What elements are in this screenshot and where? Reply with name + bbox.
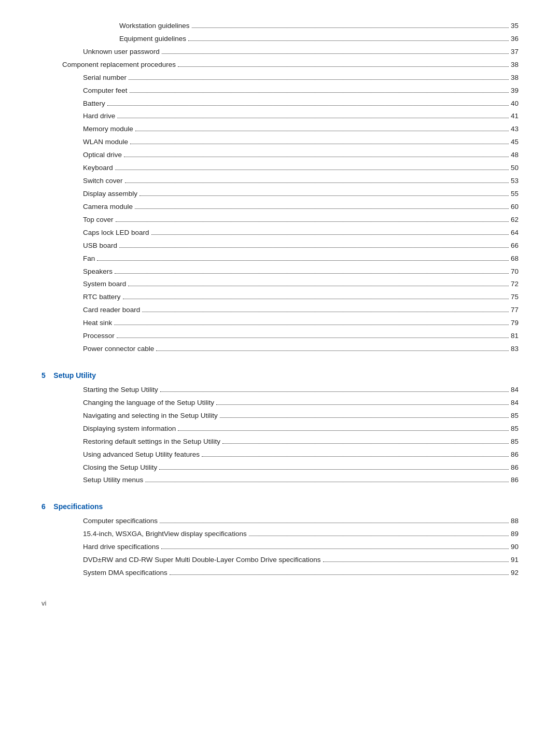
entry-page: 43 bbox=[511, 124, 519, 135]
entry-dots bbox=[145, 482, 509, 482]
table-row: Restoring default settings in the Setup … bbox=[41, 437, 519, 447]
table-row: Speakers 70 bbox=[41, 266, 519, 277]
entry-dots bbox=[135, 208, 509, 209]
entry-label: Processor bbox=[83, 331, 115, 342]
entry-label: Speakers bbox=[83, 266, 113, 277]
entry-page: 85 bbox=[511, 424, 519, 434]
entry-label: Component replacement procedures bbox=[62, 60, 176, 71]
table-row: Display assembly 55 bbox=[41, 189, 519, 200]
entry-label: Setup Utility menus bbox=[83, 475, 143, 486]
entry-label: Navigating and selecting in the Setup Ut… bbox=[83, 411, 218, 421]
table-row: Camera module 60 bbox=[41, 202, 519, 213]
entry-page: 66 bbox=[511, 241, 519, 251]
table-row: Computer feet 39 bbox=[41, 86, 519, 96]
entry-page: 55 bbox=[511, 189, 519, 200]
entry-dots bbox=[323, 561, 509, 562]
entry-page: 60 bbox=[511, 202, 519, 213]
table-row: Optical drive 48 bbox=[41, 150, 519, 161]
entry-label: Heat sink bbox=[83, 318, 112, 329]
entry-page: 70 bbox=[511, 266, 519, 277]
entry-dots bbox=[156, 350, 509, 351]
page-footer: vi bbox=[41, 599, 519, 607]
entry-page: 86 bbox=[511, 475, 519, 486]
entry-label: Computer feet bbox=[83, 86, 128, 96]
table-row: Displaying system information 85 bbox=[41, 424, 519, 434]
entry-page: 37 bbox=[511, 47, 519, 58]
entry-label: Restoring default settings in the Setup … bbox=[83, 437, 220, 447]
table-row: Component replacement procedures 38 bbox=[41, 60, 519, 71]
table-row: Power connector cable 83 bbox=[41, 344, 519, 355]
table-row: Setup Utility menus 86 bbox=[41, 475, 519, 486]
entry-page: 53 bbox=[511, 176, 519, 187]
section6-num: 6 bbox=[41, 502, 46, 511]
entry-dots bbox=[129, 79, 509, 80]
section5-block: 5 Setup Utility Starting the Setup Utili… bbox=[41, 371, 519, 486]
entry-dots bbox=[107, 105, 509, 106]
entry-page: 90 bbox=[511, 542, 519, 553]
entry-dots bbox=[159, 469, 509, 470]
entry-page: 62 bbox=[511, 215, 519, 226]
table-row: System DMA specifications 92 bbox=[41, 568, 519, 579]
entry-page: 84 bbox=[511, 385, 519, 396]
entry-dots bbox=[128, 286, 509, 286]
entry-dots bbox=[162, 53, 509, 54]
entry-label: Caps lock LED board bbox=[83, 228, 149, 238]
entry-label: Changing the language of the Setup Utili… bbox=[83, 398, 214, 409]
entry-dots bbox=[160, 391, 509, 392]
entry-page: 88 bbox=[511, 516, 519, 527]
entry-page: 75 bbox=[511, 292, 519, 303]
table-row: DVD±RW and CD-RW Super Multi Double-Laye… bbox=[41, 555, 519, 566]
entry-dots bbox=[124, 157, 509, 157]
table-row: Hard drive specifications 90 bbox=[41, 542, 519, 553]
entry-label: DVD±RW and CD-RW Super Multi Double-Laye… bbox=[83, 555, 321, 566]
table-row: Battery 40 bbox=[41, 99, 519, 109]
section5-num: 5 bbox=[41, 371, 46, 379]
entry-label: Hard drive bbox=[83, 111, 115, 122]
entry-dots bbox=[139, 195, 509, 196]
entry-dots bbox=[178, 66, 509, 67]
table-row: Computer specifications 88 bbox=[41, 516, 519, 527]
entry-dots bbox=[117, 338, 509, 338]
table-row: Heat sink 79 bbox=[41, 318, 519, 329]
entry-label: Switch cover bbox=[83, 176, 123, 187]
entry-page: 85 bbox=[511, 437, 519, 447]
entry-page: 41 bbox=[511, 111, 519, 122]
entry-dots bbox=[188, 40, 509, 41]
entry-page: 68 bbox=[511, 254, 519, 264]
table-row: Changing the language of the Setup Utili… bbox=[41, 398, 519, 409]
entry-label: Battery bbox=[83, 99, 105, 109]
entry-label: Optical drive bbox=[83, 150, 122, 161]
entry-label: Power connector cable bbox=[83, 344, 154, 355]
entry-label: Top cover bbox=[83, 215, 114, 226]
table-row: Switch cover 53 bbox=[41, 176, 519, 187]
entry-page: 64 bbox=[511, 228, 519, 238]
entry-page: 45 bbox=[511, 137, 519, 148]
entry-page: 35 bbox=[511, 21, 519, 32]
table-row: 15.4-inch, WSXGA, BrightView display spe… bbox=[41, 529, 519, 540]
table-row: Navigating and selecting in the Setup Ut… bbox=[41, 411, 519, 421]
entry-page: 38 bbox=[511, 73, 519, 83]
entry-label: RTC battery bbox=[83, 292, 121, 303]
entry-page: 40 bbox=[511, 99, 519, 109]
section6-title: Specifications bbox=[53, 502, 103, 511]
table-row: Hard drive 41 bbox=[41, 111, 519, 122]
table-row: Starting the Setup Utility 84 bbox=[41, 385, 519, 396]
entry-page: 39 bbox=[511, 86, 519, 96]
entry-dots bbox=[123, 299, 509, 299]
entry-page: 72 bbox=[511, 279, 519, 290]
entry-dots bbox=[115, 170, 509, 170]
entry-page: 89 bbox=[511, 529, 519, 540]
table-row: Keyboard 50 bbox=[41, 163, 519, 174]
page-number: vi bbox=[41, 599, 46, 607]
entry-page: 92 bbox=[511, 568, 519, 579]
table-row: WLAN module 45 bbox=[41, 137, 519, 148]
section6-entries: Computer specifications 88 15.4-inch, WS… bbox=[41, 516, 519, 579]
entry-label: Keyboard bbox=[83, 163, 113, 174]
entry-dots bbox=[142, 312, 509, 312]
entry-page: 85 bbox=[511, 411, 519, 421]
top-toc-entries: Workstation guidelines 35 Equipment guid… bbox=[41, 21, 519, 355]
entry-page: 86 bbox=[511, 462, 519, 473]
table-row: Using advanced Setup Utility features 86 bbox=[41, 449, 519, 460]
entry-dots bbox=[125, 182, 509, 183]
entry-dots bbox=[116, 221, 509, 222]
